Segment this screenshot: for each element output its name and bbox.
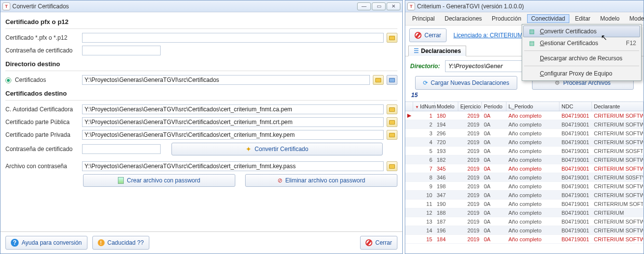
col-header[interactable]: NDC <box>560 102 592 111</box>
table-row[interactable]: 919820190AAño completoB04719001CRITERIUM… <box>405 182 644 191</box>
convert-cert-button[interactable]: ✦ Convertir Certificado <box>171 143 383 155</box>
menu-item[interactable]: ▤Gestionar CertificadosF12 <box>523 37 640 49</box>
menu-modelos[interactable]: Modelos <box>625 14 644 23</box>
directory-label: Directorio: <box>410 63 440 70</box>
col-header[interactable]: Ejercicio <box>458 102 482 111</box>
close-app-button[interactable]: Cerrar <box>409 28 447 42</box>
ca-input[interactable] <box>82 104 384 114</box>
table-cell <box>405 221 413 222</box>
table-row[interactable]: 1518420190AAño completoB04719001CRITERIU… <box>405 235 644 244</box>
table-row[interactable]: ▶118020190AAño completoB04719001CRITERIU… <box>405 111 644 120</box>
browse-ca-button[interactable] <box>387 104 397 114</box>
table-cell: 7 <box>413 165 435 172</box>
menubar: PrincipalDeclaracionesProducciónConectiv… <box>405 12 644 25</box>
table-cell: CRITERIUM SOFTWARE <box>592 121 644 128</box>
close-window-button[interactable]: ✕ <box>387 2 400 10</box>
menu-item[interactable]: Descargar archivo de Recursos <box>523 52 640 64</box>
table-row[interactable]: 734520190AAño completoB04719001CRITERIUM… <box>405 164 644 173</box>
priv-input[interactable] <box>82 130 384 140</box>
browse-cert-button[interactable] <box>387 33 397 43</box>
col-header[interactable]: ▼IdNum <box>413 102 435 111</box>
folder-icon <box>375 78 381 82</box>
list-icon: ☰ <box>414 48 419 54</box>
table-cell: 2019 <box>458 112 482 119</box>
table-cell: CRITERRIUM SOFTWARE <box>592 201 644 207</box>
menu-item-label: Descargar archivo de Recursos <box>540 55 622 62</box>
license-link[interactable]: Licenciado a: CRITERIUM <box>453 32 523 39</box>
table-row[interactable]: 1318720190AAño completoB04719001CRITERIU… <box>405 217 644 226</box>
table-cell <box>405 230 413 231</box>
menu-modelo[interactable]: Modelo <box>596 14 623 23</box>
table-cell: 190 <box>435 201 458 207</box>
table-row[interactable]: 472020190AAño completoB04719001CRITERIUM… <box>405 138 644 147</box>
convert-cert-label: Convertir Certificado <box>254 146 308 152</box>
open-dir-button[interactable] <box>387 75 397 85</box>
menu-item[interactable]: Configurar Proxy de Equipo <box>523 68 640 79</box>
col-header[interactable]: Modelo <box>435 102 458 111</box>
table-row[interactable]: 618220190AAño completoB04719001CRITERIUM… <box>405 155 644 164</box>
table-row[interactable]: 834620190AAño completoB04719001CRITERIUM… <box>405 173 644 182</box>
table-cell: 194 <box>435 121 458 128</box>
load-declarations-button[interactable]: ⟳ Cargar Nuevas Declaraciones <box>415 76 517 90</box>
table-cell: Año completo <box>506 130 560 137</box>
table-cell: 196 <box>435 227 458 234</box>
table-cell <box>405 239 413 240</box>
table-cell <box>405 195 413 196</box>
table-row[interactable]: 1419620190AAño completoB04719001CRITERIU… <box>405 226 644 235</box>
minimize-button[interactable]: — <box>357 2 371 10</box>
help-label: Ayuda para conversión <box>22 239 82 246</box>
table-cell: 0A <box>482 156 506 163</box>
document-icon <box>118 177 124 184</box>
create-pw-file-button[interactable]: Crear archivo con password <box>83 174 235 187</box>
col-header[interactable]: Declarante <box>592 102 644 111</box>
table-cell: B04719001 <box>560 130 592 137</box>
pub-input[interactable] <box>82 117 384 127</box>
maximize-button[interactable]: ▭ <box>372 2 386 10</box>
table-row[interactable]: 329620190AAño completoB04719001CRITERIUM… <box>405 129 644 138</box>
table-row[interactable]: 1218820190AAño completoB04719001CRITERIU… <box>405 208 644 217</box>
col-header[interactable] <box>405 102 413 111</box>
cert-pass-input[interactable] <box>82 46 161 55</box>
tab-declaraciones[interactable]: ☰ Declaraciones <box>408 46 466 56</box>
refresh-icon: ⟳ <box>423 79 428 86</box>
browse-pub-button[interactable] <box>387 117 397 127</box>
dir-radio[interactable]: Certificados <box>5 76 79 83</box>
table-cell: CRITERIUM SOFTWARE <box>592 183 644 190</box>
menu-conectividad[interactable]: Conectividad <box>527 14 569 23</box>
close-button[interactable]: Cerrar <box>360 236 397 250</box>
expiry-button[interactable]: ! Caducidad ?? <box>92 236 149 250</box>
table-cell: 0A <box>482 218 506 225</box>
table-row[interactable]: 519320190AAño completoB04719001CRITERIUM… <box>405 147 644 155</box>
browse-dir-button[interactable] <box>373 75 384 85</box>
cert-pass2-input[interactable] <box>82 144 161 154</box>
dest-dir-input[interactable] <box>82 75 370 85</box>
table-cell: CRITERIUM SOFTWARE <box>592 130 644 137</box>
browse-passfile-button[interactable] <box>387 161 397 171</box>
menu-producción[interactable]: Producción <box>488 14 525 23</box>
table-cell: CRITERIUM <box>592 209 644 216</box>
app-icon: T <box>407 2 415 10</box>
help-button[interactable]: ? Ayuda para conversión <box>5 236 87 250</box>
table-cell: Año completo <box>506 139 560 146</box>
menu-separator <box>524 66 639 66</box>
menu-principal[interactable]: Principal <box>408 14 439 23</box>
cert-file-input[interactable] <box>82 33 384 43</box>
menu-declaraciones[interactable]: Declaraciones <box>441 14 486 23</box>
table-row[interactable]: 219420190AAño completoB04719001CRITERIUM… <box>405 120 644 129</box>
passfile-input[interactable] <box>82 161 384 171</box>
menu-editar[interactable]: Editar <box>571 14 594 23</box>
table-cell: 2019 <box>458 130 482 137</box>
table-cell: Año completo <box>506 227 560 234</box>
table-row[interactable]: 1119020190AAño completoB04719001CRITERRI… <box>405 200 644 208</box>
table-cell: 2019 <box>458 227 482 234</box>
browse-priv-button[interactable] <box>387 130 397 140</box>
menu-item[interactable]: ▤Convertir Certificados <box>523 25 640 37</box>
table-cell: Año completo <box>506 156 560 163</box>
col-header[interactable]: Periodo <box>482 102 506 111</box>
titlebar[interactable]: T Criterium - GeneraTGVI (versión 1.0.0.… <box>405 0 644 12</box>
col-header[interactable]: L_Periodo <box>506 102 560 111</box>
delete-pw-file-button[interactable]: ⊘ Eliminar archivo con password <box>245 174 397 187</box>
table-row[interactable]: 1034720190AAño completoB04719001CRITERIU… <box>405 191 644 200</box>
table-cell: 6 <box>413 156 435 163</box>
titlebar[interactable]: T Convertir Certificados — ▭ ✕ <box>0 0 402 12</box>
